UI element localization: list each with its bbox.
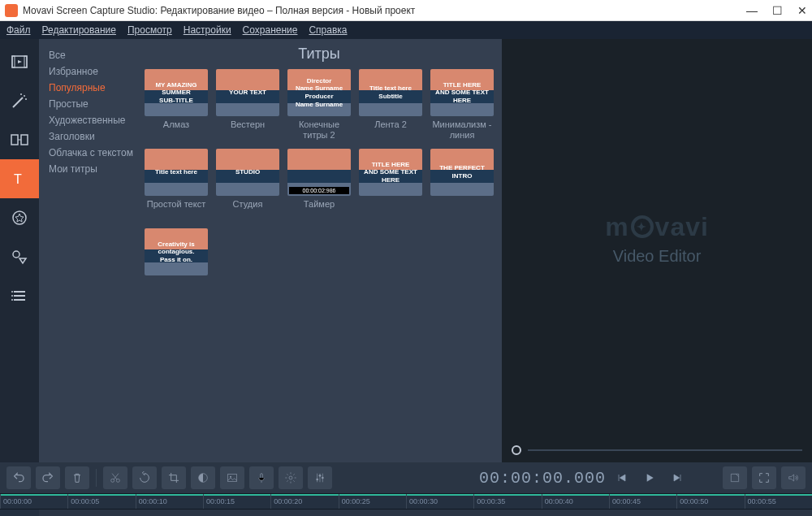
- svg-point-17: [11, 291, 13, 293]
- menu-edit[interactable]: Редактирование: [42, 24, 116, 36]
- transitions-icon: [10, 130, 29, 150]
- svg-rect-1: [12, 56, 15, 67]
- ruler-tick[interactable]: 00:00:45: [609, 494, 676, 509]
- title-thumbnail[interactable]: MY AMAZING SUMMERSUB-TITLEАлмаз: [145, 69, 208, 141]
- menu-file[interactable]: Файл: [6, 24, 31, 36]
- category-item[interactable]: Простые: [49, 96, 136, 112]
- rotate-button[interactable]: [132, 466, 157, 489]
- next-frame-button[interactable]: [666, 467, 689, 488]
- title-thumbnail[interactable]: Title text hereПростой текст: [145, 149, 208, 220]
- rail-effects[interactable]: [0, 81, 39, 120]
- color-button[interactable]: [191, 466, 215, 489]
- category-item[interactable]: Мои титры: [49, 161, 136, 177]
- media-icon: [10, 52, 29, 72]
- category-item[interactable]: Художественные: [49, 112, 136, 128]
- gallery-heading: Титры: [136, 39, 502, 66]
- ruler-tick[interactable]: 00:00:50: [676, 494, 744, 509]
- image-button[interactable]: [220, 466, 244, 489]
- title-thumbnail[interactable]: THE PERFECT INTRO: [430, 149, 494, 220]
- app-icon: [5, 4, 18, 17]
- ruler-tick[interactable]: 00:00:15: [203, 494, 270, 509]
- svg-point-4: [24, 95, 25, 97]
- thumb-caption: Таймер: [304, 199, 335, 220]
- mic-button[interactable]: [249, 466, 274, 489]
- prev-frame-button[interactable]: [611, 467, 633, 488]
- edit-toolbar: 00:00:00.000: [0, 462, 812, 493]
- rail-more[interactable]: [0, 276, 39, 315]
- thumb-overlay-text: Title text hereSubtitle: [359, 69, 422, 116]
- preview-panel: m✦vavi Video Editor: [502, 39, 812, 462]
- volume-button[interactable]: [781, 466, 806, 489]
- thumb-caption: Минимализм - линия: [430, 119, 494, 141]
- tool-rail: T: [0, 39, 39, 462]
- timeline-tracks: Перетащите медиафайлы сюда: [0, 509, 812, 516]
- svg-marker-13: [19, 258, 26, 263]
- svg-marker-3: [18, 60, 22, 63]
- maximize-button[interactable]: ☐: [772, 4, 783, 17]
- title-thumbnail[interactable]: YOUR TEXTВестерн: [216, 69, 279, 141]
- title-thumbnail[interactable]: TITLE HEREAND SOME TEXT HEREМинимализм -…: [430, 69, 494, 141]
- list-icon: [10, 286, 29, 306]
- cut-button[interactable]: [103, 466, 127, 489]
- ruler-tick[interactable]: 00:00:30: [406, 494, 473, 509]
- ruler-tick[interactable]: 00:00:35: [473, 494, 541, 509]
- close-button[interactable]: ✕: [797, 4, 807, 17]
- wand-icon: [10, 91, 29, 111]
- crop-button[interactable]: [162, 466, 186, 489]
- shapes-icon: [10, 247, 29, 267]
- rail-transitions[interactable]: [0, 120, 39, 159]
- category-item[interactable]: Популярные: [49, 80, 136, 96]
- minimize-button[interactable]: —: [746, 4, 758, 17]
- timeline-ruler[interactable]: 00:00:0000:00:0500:00:1000:00:1500:00:20…: [0, 493, 812, 509]
- category-item[interactable]: Облачка с текстом: [49, 145, 136, 161]
- thumb-overlay-text: MY AMAZING SUMMERSUB-TITLE: [145, 69, 208, 116]
- window-controls: — ☐ ✕: [746, 4, 807, 17]
- thumb-overlay-text: Creativity is contagious.Pass it on.: [145, 228, 208, 275]
- rail-titles[interactable]: T: [0, 159, 39, 198]
- title-thumbnail[interactable]: Title text hereSubtitleЛента 2: [359, 69, 422, 141]
- category-item[interactable]: Заголовки: [49, 128, 136, 145]
- menu-help[interactable]: Справка: [309, 24, 347, 36]
- menu-settings[interactable]: Настройки: [184, 24, 231, 36]
- stickers-icon: [10, 208, 29, 228]
- playhead-dot[interactable]: [512, 445, 521, 455]
- title-thumbnail[interactable]: Creativity is contagious.Pass it on.: [145, 228, 208, 300]
- rail-shapes[interactable]: [0, 237, 39, 276]
- mixer-button[interactable]: [308, 466, 332, 489]
- undo-button[interactable]: [6, 466, 31, 489]
- ruler-tick[interactable]: 00:00:55: [745, 494, 812, 509]
- gear-button[interactable]: [279, 466, 303, 489]
- preview-stage: m✦vavi Video Editor: [502, 39, 812, 438]
- play-button[interactable]: [638, 467, 661, 488]
- scrub-bar[interactable]: [502, 438, 812, 462]
- ruler-tick[interactable]: 00:00:20: [270, 494, 338, 509]
- fullscreen-button[interactable]: [752, 466, 776, 489]
- menu-save[interactable]: Сохранение: [243, 24, 298, 36]
- scrub-track[interactable]: [528, 449, 802, 451]
- delete-button[interactable]: [65, 466, 89, 489]
- category-item[interactable]: Все: [49, 47, 136, 63]
- redo-button[interactable]: [36, 466, 60, 489]
- thumb-overlay-text: STUDIO: [216, 149, 279, 196]
- export-button[interactable]: [723, 466, 747, 489]
- track-body[interactable]: Перетащите медиафайлы сюда: [39, 509, 812, 516]
- video-track-header[interactable]: [0, 509, 39, 516]
- ruler-tick[interactable]: 00:00:05: [67, 494, 135, 509]
- ruler-tick[interactable]: 00:00:10: [136, 494, 203, 509]
- title-thumbnail[interactable]: DirectorName SurnameProducerName Surname…: [287, 69, 351, 141]
- ruler-tick[interactable]: 00:00:40: [542, 494, 609, 509]
- thumb-overlay-text: TITLE HEREAND SOME TEXT HERE: [359, 149, 422, 196]
- svg-point-28: [319, 475, 322, 477]
- ruler-tick[interactable]: 00:00:25: [339, 494, 406, 509]
- logo-o-icon: ✦: [631, 215, 654, 238]
- thumbnail-grid: MY AMAZING SUMMERSUB-TITLEАлмазYOUR TEXT…: [136, 66, 502, 303]
- rail-stickers[interactable]: [0, 198, 39, 237]
- menu-view[interactable]: Просмотр: [127, 24, 172, 36]
- title-thumbnail[interactable]: 00:00:02:986Таймер: [287, 149, 351, 220]
- ruler-tick[interactable]: 00:00:00: [0, 494, 67, 509]
- titles-gallery: Титры MY AMAZING SUMMERSUB-TITLEАлмазYOU…: [136, 39, 502, 462]
- rail-media[interactable]: [0, 42, 39, 81]
- title-thumbnail[interactable]: TITLE HEREAND SOME TEXT HERE: [359, 149, 422, 220]
- title-thumbnail[interactable]: STUDIOСтудия: [216, 149, 279, 220]
- category-item[interactable]: Избранное: [49, 63, 136, 80]
